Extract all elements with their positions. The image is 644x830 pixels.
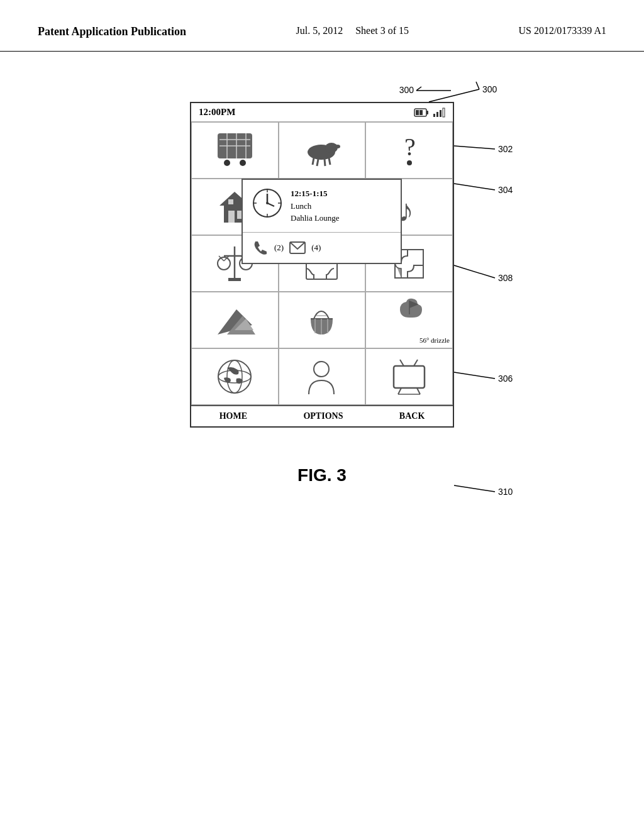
- svg-point-12: [240, 160, 246, 166]
- svg-point-27: [407, 160, 412, 165]
- svg-line-64: [417, 388, 420, 394]
- app-cell-tv[interactable]: [365, 348, 453, 405]
- svg-line-1: [416, 87, 421, 91]
- svg-line-88: [454, 485, 495, 492]
- popup-bottom: (2) (4): [243, 233, 401, 263]
- app-cell-travel[interactable]: [191, 292, 279, 348]
- svg-rect-29: [228, 211, 235, 223]
- battery-icon: [414, 108, 429, 118]
- svg-rect-3: [426, 111, 428, 114]
- header-patent: US 2012/0173339 A1: [518, 25, 606, 36]
- app-cell-person[interactable]: [279, 348, 366, 405]
- svg-rect-6: [433, 114, 435, 117]
- header-date: Jul. 5, 2012: [296, 25, 343, 36]
- svg-point-11: [224, 160, 230, 166]
- status-time: 12:00PM: [199, 107, 235, 118]
- svg-line-84: [454, 265, 495, 278]
- nav-back[interactable]: BACK: [399, 411, 425, 421]
- svg-rect-4: [416, 110, 419, 115]
- svg-line-66: [400, 360, 404, 366]
- person-icon: [301, 357, 342, 397]
- header-left: Patent Application Publication: [38, 25, 186, 38]
- status-icons: [414, 108, 445, 118]
- weather-icon: [394, 296, 425, 327]
- popup-info: 12:15-1:15 Lunch Dahlia Lounge: [291, 187, 340, 224]
- svg-point-61: [314, 362, 329, 377]
- device: 12:00PM: [190, 102, 454, 428]
- svg-line-80: [454, 146, 495, 149]
- tv-icon: [389, 357, 430, 397]
- svg-point-40: [218, 257, 230, 270]
- popup-mail-count: (4): [311, 243, 321, 253]
- nav-bar: HOME OPTIONS BACK: [191, 405, 453, 426]
- page-header: Patent Application Publication Jul. 5, 2…: [0, 0, 644, 52]
- svg-point-71: [266, 202, 269, 204]
- svg-rect-8: [440, 110, 441, 117]
- popup-mail-icon: [289, 239, 306, 257]
- device-wrapper: 12:00PM: [190, 102, 454, 428]
- svg-line-25: [329, 158, 330, 165]
- app-cell-basket[interactable]: [279, 292, 366, 348]
- clock-icon: [252, 187, 283, 219]
- svg-line-22: [313, 158, 314, 165]
- shopping-cart-icon: [214, 130, 255, 171]
- event-popup: 12:15-1:15 Lunch Dahlia Lounge (2): [242, 179, 402, 264]
- svg-rect-7: [436, 112, 438, 117]
- nav-home[interactable]: HOME: [219, 411, 247, 421]
- svg-line-23: [317, 159, 318, 166]
- svg-line-86: [454, 372, 495, 379]
- app-cell-question[interactable]: ?: [365, 122, 453, 179]
- svg-point-59: [227, 360, 242, 393]
- app-cell-shopping[interactable]: [191, 122, 279, 179]
- svg-text:300: 300: [482, 84, 497, 94]
- svg-line-82: [454, 184, 495, 190]
- fig-label: FIG. 3: [133, 465, 511, 485]
- svg-line-67: [414, 360, 418, 366]
- svg-rect-46: [228, 278, 241, 281]
- app-cell-weather[interactable]: 56° drizzle: [365, 292, 453, 348]
- svg-rect-62: [394, 366, 425, 388]
- app-grid-container: ?: [191, 122, 453, 405]
- globe-icon: [214, 357, 255, 397]
- svg-line-63: [398, 388, 401, 394]
- svg-line-24: [325, 159, 325, 166]
- svg-rect-5: [419, 110, 423, 115]
- animal-icon: [301, 130, 342, 171]
- basket-icon: [301, 300, 342, 341]
- popup-event: Lunch: [291, 200, 340, 213]
- travel-icon: [214, 300, 255, 341]
- weather-text: 56° drizzle: [419, 336, 450, 344]
- svg-line-78: [476, 82, 479, 89]
- popup-phone-icon: [252, 239, 269, 257]
- popup-time: 12:15-1:15: [291, 187, 340, 200]
- nav-options[interactable]: OPTIONS: [303, 411, 343, 421]
- app-cell-animal[interactable]: [279, 122, 366, 179]
- svg-point-21: [335, 145, 340, 148]
- svg-text:310: 310: [498, 487, 513, 497]
- status-bar: 12:00PM: [191, 103, 453, 122]
- svg-text:306: 306: [498, 374, 513, 384]
- svg-text:302: 302: [498, 144, 513, 154]
- svg-rect-9: [443, 108, 445, 117]
- svg-text:304: 304: [498, 185, 513, 195]
- svg-rect-31: [228, 199, 233, 204]
- main-content: 300 12:00PM: [0, 58, 644, 743]
- app-cell-globe[interactable]: [191, 348, 279, 405]
- ref-300: 300: [399, 83, 454, 99]
- popup-phone-count: (2): [274, 243, 284, 253]
- header-center: Jul. 5, 2012 Sheet 3 of 15: [296, 25, 409, 36]
- question-icon: ?: [389, 130, 430, 171]
- popup-top: 12:15-1:15 Lunch Dahlia Lounge: [243, 180, 401, 233]
- svg-text:?: ?: [404, 133, 416, 161]
- svg-point-58: [218, 360, 251, 393]
- signal-icon: [433, 108, 445, 118]
- header-sheet: Sheet 3 of 15: [355, 25, 409, 36]
- popup-location: Dahlia Lounge: [291, 212, 340, 224]
- svg-text:308: 308: [498, 273, 513, 283]
